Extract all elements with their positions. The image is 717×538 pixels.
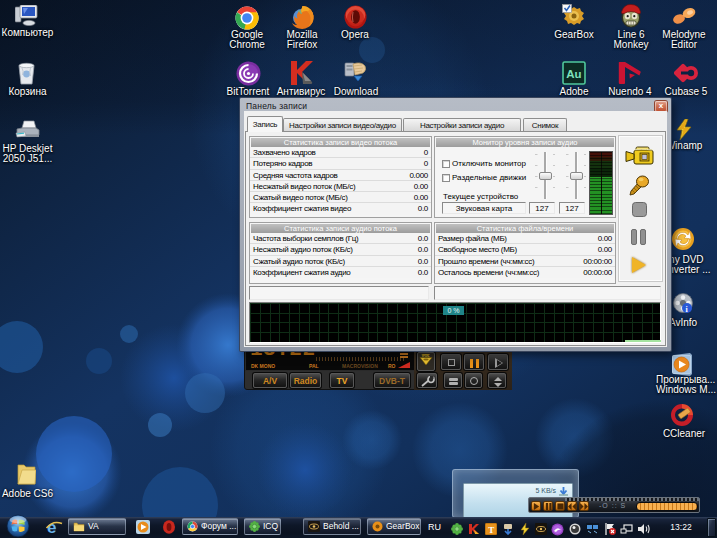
svg-text:e: e bbox=[47, 518, 56, 536]
svg-text:Au: Au bbox=[566, 68, 581, 80]
svg-text:T: T bbox=[488, 525, 494, 535]
svg-text:VOL: VOL bbox=[422, 353, 431, 358]
